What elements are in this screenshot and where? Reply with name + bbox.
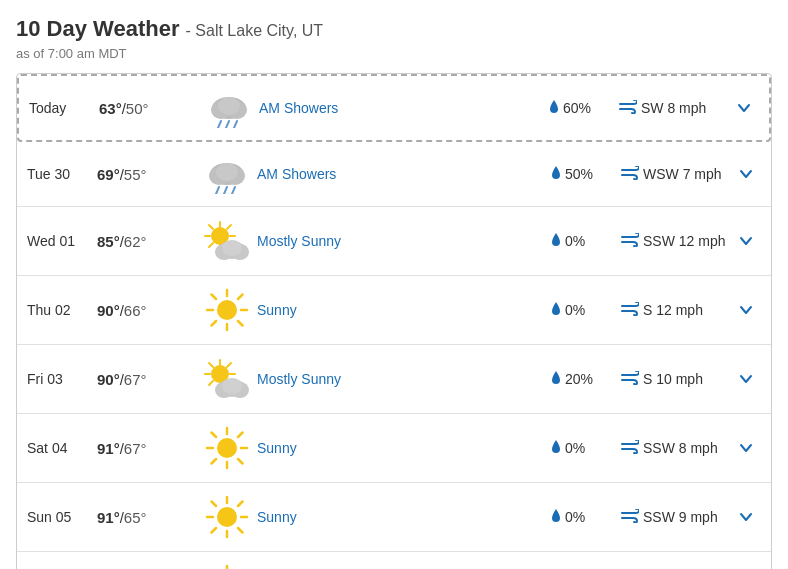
expand-button[interactable] xyxy=(731,234,761,248)
wind-value: SSW 8 mph xyxy=(643,440,718,456)
temp-range: 63°/50° xyxy=(99,100,199,117)
svg-line-63 xyxy=(212,433,217,438)
expand-button[interactable] xyxy=(731,303,761,317)
svg-line-75 xyxy=(238,528,243,533)
temp-separator: /66° xyxy=(120,302,147,319)
svg-line-6 xyxy=(234,121,237,128)
day-label: Today xyxy=(29,100,99,116)
drop-icon xyxy=(551,302,561,319)
high-temp: 90° xyxy=(97,371,120,388)
weather-row: Today 63°/50° AM Showers 60% xyxy=(17,74,771,142)
weather-row: Thu 02 90°/66° Sunny xyxy=(17,276,771,345)
precipitation: 0% xyxy=(551,302,621,319)
day-label: Sun 05 xyxy=(27,509,97,525)
svg-line-5 xyxy=(226,121,229,128)
expand-button[interactable] xyxy=(729,101,759,115)
subtitle: as of 7:00 am MDT xyxy=(16,46,772,61)
temp-range: 90°/66° xyxy=(97,302,197,319)
weather-row: Mon 06 93°/66° Sunny xyxy=(17,552,771,569)
precip-value: 0% xyxy=(565,302,585,318)
day-label: Wed 01 xyxy=(27,233,97,249)
wind-info: S 12 mph xyxy=(621,302,731,319)
svg-line-22 xyxy=(209,225,213,229)
drop-icon xyxy=(551,440,561,457)
wind-icon xyxy=(621,233,639,250)
weather-table: Today 63°/50° AM Showers 60% xyxy=(16,73,772,569)
low-temp: 62° xyxy=(124,233,147,250)
low-temp: 67° xyxy=(124,371,147,388)
drop-icon xyxy=(551,509,561,526)
wind-value: WSW 7 mph xyxy=(643,166,722,182)
wind-icon xyxy=(621,371,639,388)
svg-line-4 xyxy=(218,121,221,128)
weather-icon xyxy=(197,219,257,263)
high-temp: 91° xyxy=(97,440,120,457)
svg-line-48 xyxy=(209,363,213,367)
temp-range: 90°/67° xyxy=(97,371,197,388)
wind-icon xyxy=(619,100,637,117)
wind-value: SSW 12 mph xyxy=(643,233,725,249)
weather-desc: Sunny xyxy=(257,509,417,525)
temp-separator: /55° xyxy=(120,166,147,183)
precip-value: 0% xyxy=(565,440,585,456)
drop-icon xyxy=(551,233,561,250)
wind-info: SSW 8 mph xyxy=(621,440,731,457)
svg-point-67 xyxy=(217,438,237,458)
svg-line-24 xyxy=(227,225,231,229)
wind-info: SSW 12 mph xyxy=(621,233,731,250)
temp-separator: /50° xyxy=(122,100,149,117)
wind-info: WSW 7 mph xyxy=(621,166,731,183)
svg-line-37 xyxy=(212,295,217,300)
day-label: Thu 02 xyxy=(27,302,97,318)
temp-range: 91°/65° xyxy=(97,509,197,526)
high-temp: 91° xyxy=(97,509,120,526)
high-temp: 90° xyxy=(97,302,120,319)
wind-info: SSW 9 mph xyxy=(621,509,731,526)
temp-separator: /67° xyxy=(120,440,147,457)
temp-separator: /65° xyxy=(120,509,147,526)
precipitation: 20% xyxy=(551,371,621,388)
drop-icon xyxy=(549,100,559,117)
temp-range: 91°/67° xyxy=(97,440,197,457)
weather-row: Tue 30 69°/55° AM Showers 50% xyxy=(17,142,771,207)
precipitation: 50% xyxy=(551,166,621,183)
svg-line-64 xyxy=(238,459,243,464)
svg-line-25 xyxy=(209,243,213,247)
weather-icon xyxy=(197,564,257,569)
wind-value: SSW 9 mph xyxy=(643,509,718,525)
precipitation: 0% xyxy=(551,233,621,250)
precip-value: 20% xyxy=(565,371,593,387)
wind-info: SW 8 mph xyxy=(619,100,729,117)
expand-button[interactable] xyxy=(731,167,761,181)
precip-value: 60% xyxy=(563,100,591,116)
temp-range: 69°/55° xyxy=(97,166,197,183)
weather-desc: Sunny xyxy=(257,302,417,318)
weather-icon xyxy=(199,88,259,128)
precip-value: 0% xyxy=(565,509,585,525)
svg-line-40 xyxy=(212,321,217,326)
expand-button[interactable] xyxy=(731,441,761,455)
svg-line-76 xyxy=(238,502,243,507)
svg-point-3 xyxy=(218,97,240,115)
day-label: Tue 30 xyxy=(27,166,97,182)
svg-line-51 xyxy=(209,381,213,385)
svg-line-77 xyxy=(212,528,217,533)
weather-row: Sat 04 91°/67° Sunny xyxy=(17,414,771,483)
temp-range: 85°/62° xyxy=(97,233,197,250)
weather-icon xyxy=(197,357,257,401)
weather-row: Sun 05 91°/65° Sunny xyxy=(17,483,771,552)
low-temp: 65° xyxy=(124,509,147,526)
svg-line-14 xyxy=(224,187,227,194)
weather-icon xyxy=(197,495,257,539)
expand-button[interactable] xyxy=(731,510,761,524)
wind-icon xyxy=(621,302,639,319)
weather-row: Wed 01 85°/62° Mostly Sun xyxy=(17,207,771,276)
day-label: Fri 03 xyxy=(27,371,97,387)
weather-desc: AM Showers xyxy=(259,100,419,116)
expand-button[interactable] xyxy=(731,372,761,386)
wind-value: S 12 mph xyxy=(643,302,703,318)
svg-point-56 xyxy=(222,378,242,394)
svg-line-15 xyxy=(232,187,235,194)
weather-icon xyxy=(197,154,257,194)
svg-line-38 xyxy=(238,321,243,326)
